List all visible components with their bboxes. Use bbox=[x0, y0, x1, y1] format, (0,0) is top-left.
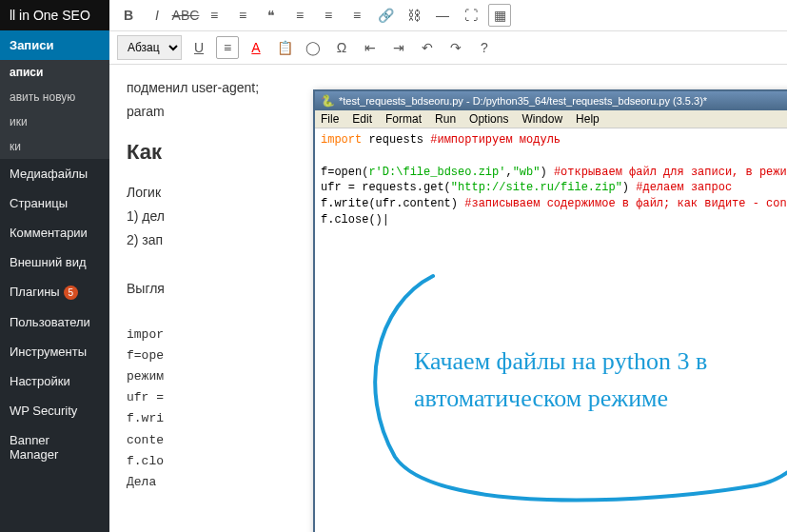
sidebar-sub-categories[interactable]: ики bbox=[0, 109, 109, 134]
plugins-badge: 5 bbox=[64, 286, 78, 300]
sidebar-item-comments[interactable]: Комментарии bbox=[0, 218, 109, 247]
more-button[interactable]: — bbox=[431, 4, 454, 27]
strike-button[interactable]: ABC bbox=[174, 4, 197, 27]
menu-window[interactable]: Window bbox=[521, 112, 562, 126]
menu-help[interactable]: Help bbox=[576, 112, 600, 126]
sidebar-item-posts[interactable]: Записи bbox=[0, 30, 109, 60]
sidebar-item-banner[interactable]: Banner Manager bbox=[0, 425, 109, 469]
sidebar-plugin-header[interactable]: ll in One SEO bbox=[0, 0, 109, 30]
link-button[interactable]: 🔗 bbox=[374, 4, 397, 27]
python-icon: 🐍 bbox=[321, 94, 335, 108]
menu-edit[interactable]: Edit bbox=[352, 112, 372, 126]
wp-sidebar: ll in One SEO Записи аписи авить новую и… bbox=[0, 0, 109, 532]
sidebar-item-pages[interactable]: Страницы bbox=[0, 188, 109, 218]
quote-button[interactable]: ❝ bbox=[260, 4, 283, 27]
sidebar-item-wpsecurity[interactable]: WP Security bbox=[0, 396, 109, 425]
idle-code-area[interactable]: import requests #импортируем модуль f=op… bbox=[315, 128, 787, 232]
menu-run[interactable]: Run bbox=[435, 112, 456, 126]
paste-text-button[interactable]: 📋 bbox=[273, 36, 296, 59]
sidebar-item-plugins[interactable]: Плагины5 bbox=[0, 277, 109, 307]
align-right-button[interactable]: ≡ bbox=[345, 4, 368, 27]
bold-button[interactable]: B bbox=[117, 4, 140, 27]
menu-file[interactable]: File bbox=[321, 112, 339, 126]
help-button[interactable]: ? bbox=[473, 36, 496, 59]
special-char-button[interactable]: Ω bbox=[330, 36, 353, 59]
bullet-list-button[interactable]: ≡ bbox=[203, 4, 226, 27]
sidebar-item-settings[interactable]: Настройки bbox=[0, 366, 109, 396]
sidebar-sub-tags[interactable]: ки bbox=[0, 134, 109, 159]
redo-button[interactable]: ↷ bbox=[444, 36, 467, 59]
menu-options[interactable]: Options bbox=[469, 112, 508, 126]
undo-button[interactable]: ↶ bbox=[416, 36, 439, 59]
sidebar-item-users[interactable]: Пользователи bbox=[0, 307, 109, 337]
indent-button[interactable]: ⇥ bbox=[387, 36, 410, 59]
underline-button[interactable]: U bbox=[187, 36, 210, 59]
sidebar-item-tools[interactable]: Инструменты bbox=[0, 337, 109, 366]
sidebar-sub-posts[interactable]: аписи bbox=[0, 60, 109, 85]
justify-button[interactable]: ≡ bbox=[216, 36, 239, 59]
idle-menubar: File Edit Format Run Options Window Help bbox=[315, 110, 787, 128]
idle-title-text: *test_requests_bdseoru.py - D:/python35_… bbox=[339, 95, 787, 107]
editor-toolbar-row2: Абзац U ≡ A 📋 ◯ Ω ⇤ ⇥ ↶ ↷ ? bbox=[109, 31, 787, 65]
sidebar-sub-addnew[interactable]: авить новую bbox=[0, 85, 109, 109]
idle-titlebar[interactable]: 🐍 *test_requests_bdseoru.py - D:/python3… bbox=[315, 91, 787, 110]
clear-format-button[interactable]: ◯ bbox=[302, 36, 325, 59]
editor-main: B I ABC ≡ ≡ ❝ ≡ ≡ ≡ 🔗 ⛓ — ⛶ ▦ Абзац U ≡ … bbox=[109, 0, 787, 532]
menu-format[interactable]: Format bbox=[385, 112, 422, 126]
align-left-button[interactable]: ≡ bbox=[288, 4, 311, 27]
sidebar-item-appearance[interactable]: Внешний вид bbox=[0, 247, 109, 277]
fullscreen-button[interactable]: ⛶ bbox=[460, 4, 482, 27]
textcolor-button[interactable]: A bbox=[245, 36, 267, 59]
sidebar-item-media[interactable]: Медиафайлы bbox=[0, 159, 109, 188]
format-select[interactable]: Абзац bbox=[117, 35, 182, 60]
python-idle-window[interactable]: 🐍 *test_requests_bdseoru.py - D:/python3… bbox=[313, 89, 787, 532]
italic-button[interactable]: I bbox=[146, 4, 168, 27]
toolbar-toggle-button[interactable]: ▦ bbox=[488, 4, 511, 27]
editor-toolbar-row1: B I ABC ≡ ≡ ❝ ≡ ≡ ≡ 🔗 ⛓ — ⛶ ▦ bbox=[109, 0, 787, 31]
align-center-button[interactable]: ≡ bbox=[317, 4, 340, 27]
unlink-button[interactable]: ⛓ bbox=[403, 4, 425, 27]
outdent-button[interactable]: ⇤ bbox=[359, 36, 382, 59]
number-list-button[interactable]: ≡ bbox=[231, 4, 254, 27]
